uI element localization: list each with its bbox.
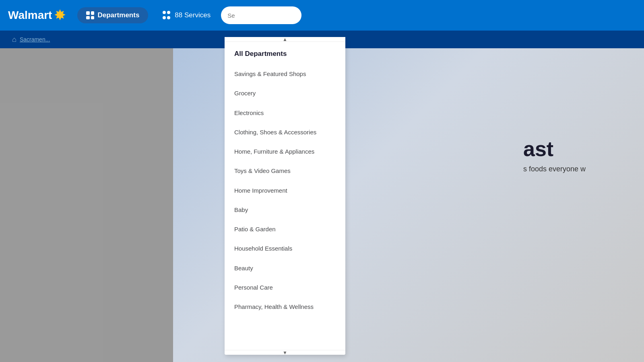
left-overlay xyxy=(0,48,173,362)
dropdown-item-home-furniture[interactable]: Home, Furniture & Appliances xyxy=(225,142,345,161)
grid-icon xyxy=(86,11,94,19)
dropdown-item-savings[interactable]: Savings & Featured Shops xyxy=(225,64,345,84)
hero-text-area: ast s foods everyone w xyxy=(523,137,586,173)
hero-large-text: ast xyxy=(523,137,586,161)
main-header: Walmart ✸ Departments 88 Services xyxy=(0,0,644,31)
dropdown-item-clothing[interactable]: Clothing, Shoes & Accessories xyxy=(225,123,345,142)
services-button[interactable]: 88 Services xyxy=(156,7,217,24)
scroll-down-button[interactable]: ▼ xyxy=(225,350,345,355)
spark-icon: ✸ xyxy=(54,8,65,23)
departments-button[interactable]: Departments xyxy=(77,7,148,23)
hero-sub-text: s foods everyone w xyxy=(523,165,586,173)
dropdown-item-grocery[interactable]: Grocery xyxy=(225,84,345,103)
dropdown-item-pharmacy[interactable]: Pharmacy, Health & Wellness xyxy=(225,297,345,317)
dropdown-item-toys[interactable]: Toys & Video Games xyxy=(225,161,345,181)
walmart-logo[interactable]: Walmart ✸ xyxy=(8,8,65,23)
services-dots-icon xyxy=(163,11,171,20)
location-link[interactable]: Sacramen... xyxy=(20,36,50,43)
dropdown-item-baby[interactable]: Baby xyxy=(225,200,345,220)
search-input[interactable] xyxy=(227,12,295,19)
dropdown-content: All Departments Savings & Featured Shops… xyxy=(225,42,345,350)
home-icon: ⌂ xyxy=(12,35,17,44)
dropdown-item-electronics[interactable]: Electronics xyxy=(225,103,345,123)
search-bar[interactable] xyxy=(221,6,301,24)
dropdown-heading: All Departments xyxy=(225,48,345,64)
dropdown-item-patio[interactable]: Patio & Garden xyxy=(225,220,345,239)
dropdown-item-home-improvement[interactable]: Home Improvement xyxy=(225,181,345,200)
scroll-up-button[interactable]: ▲ xyxy=(225,37,345,42)
departments-label: Departments xyxy=(97,11,139,19)
services-label: 88 Services xyxy=(175,11,211,19)
dropdown-item-household[interactable]: Household Essentials xyxy=(225,239,345,258)
departments-dropdown: ▲ All Departments Savings & Featured Sho… xyxy=(225,37,345,355)
walmart-wordmark: Walmart xyxy=(8,9,52,22)
dropdown-item-personal-care[interactable]: Personal Care xyxy=(225,278,345,297)
dropdown-item-beauty[interactable]: Beauty xyxy=(225,259,345,278)
